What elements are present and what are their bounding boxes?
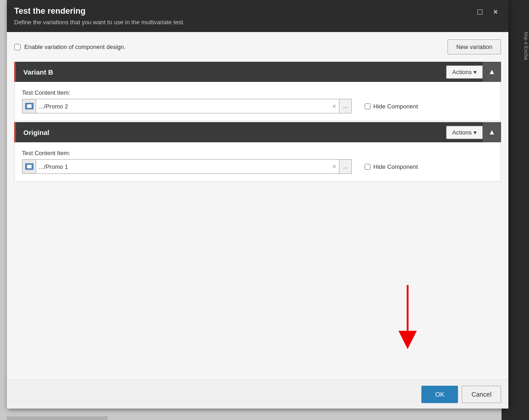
top-row: Enable variation of component design. Ne… [14,39,501,54]
maximize-button[interactable]: □ [474,6,485,17]
variant-b-browse-button[interactable]: ... [339,99,351,113]
cancel-button[interactable]: Cancel [462,386,501,403]
original-clear-button[interactable]: × [330,163,339,170]
annotation-arrow [389,285,426,358]
original-actions-button[interactable]: Actions ▾ [446,126,483,139]
variant-b-collapse-icon: ▲ [488,68,496,76]
variant-b-content-icon [22,99,36,113]
original-input-row: × ... Hide Component [22,159,493,174]
original-hide-component-text: Hide Component [373,163,418,170]
variant-b-hide-component-label[interactable]: Hide Component [365,103,418,110]
variant-b-actions-button[interactable]: Actions ▾ [446,65,483,79]
original-body: Test Content Item: × ... Hide Component [14,142,501,182]
original-content-icon-inner [25,163,33,170]
variant-b-section: Variant B Actions ▾ ▲ Test Content Item: [14,62,501,121]
close-button[interactable]: × [490,6,501,17]
original-content-icon [22,160,36,173]
original-browse-button[interactable]: ... [339,160,351,173]
variant-b-content-input[interactable] [36,103,330,110]
variant-b-field-label: Test Content Item: [22,89,493,96]
dialog-title: Test the rendering [14,6,185,16]
dialog-title-buttons: □ × [474,6,501,17]
enable-variation-label[interactable]: Enable variation of component design. [14,43,125,50]
variant-b-header-right: Actions ▾ ▲ [446,62,501,82]
original-collapse-icon: ▲ [488,128,496,136]
dialog-footer: OK Cancel [7,380,508,409]
original-hide-component-label[interactable]: Hide Component [365,163,418,170]
variant-b-content-icon-inner [25,103,33,109]
variant-b-content-input-wrapper: × ... [22,99,352,113]
original-header: Original Actions ▾ ▲ [14,122,501,142]
original-content-input-wrapper: × ... [22,159,352,174]
dialog-titlebar: Test the rendering Define the variations… [7,0,508,32]
dialog: Test the rendering Define the variations… [7,0,508,409]
variant-b-clear-button[interactable]: × [330,102,339,110]
variant-b-hide-component-text: Hide Component [373,103,418,110]
original-title: Original [23,129,49,136]
bottom-scrollbar[interactable] [7,416,108,420]
original-actions-label: Actions [452,129,472,136]
original-field-label: Test Content Item: [22,150,493,156]
original-hide-component-checkbox[interactable] [365,164,371,170]
variant-b-hide-component-checkbox[interactable] [365,103,371,109]
variant-b-actions-caret: ▾ [474,69,477,75]
scrollbar-thumb[interactable] [7,416,108,420]
dialog-title-content: Test the rendering Define the variations… [14,6,185,26]
dialog-subtitle: Define the variations that you want to u… [14,19,185,26]
variant-b-header: Variant B Actions ▾ ▲ [14,62,501,82]
enable-variation-checkbox[interactable] [14,44,21,50]
enable-variation-text: Enable variation of component design. [24,43,125,50]
original-content-input[interactable] [36,163,330,170]
original-actions-caret: ▾ [474,129,477,136]
variant-b-input-row: × ... Hide Component [22,99,493,113]
original-header-right: Actions ▾ ▲ [446,122,501,142]
variant-b-title: Variant B [23,68,53,76]
ok-button[interactable]: OK [421,386,458,403]
dialog-body: Enable variation of component design. Ne… [7,32,508,380]
original-section: Original Actions ▾ ▲ Test Content Item: [14,122,501,182]
svg-marker-1 [398,331,417,349]
variant-b-collapse-button[interactable]: ▲ [483,62,501,82]
variant-b-actions-label: Actions [452,69,472,75]
new-variation-button[interactable]: New variation [447,39,501,54]
variant-b-body: Test Content Item: × ... Hide Component [14,82,501,121]
original-collapse-button[interactable]: ▲ [483,122,501,142]
